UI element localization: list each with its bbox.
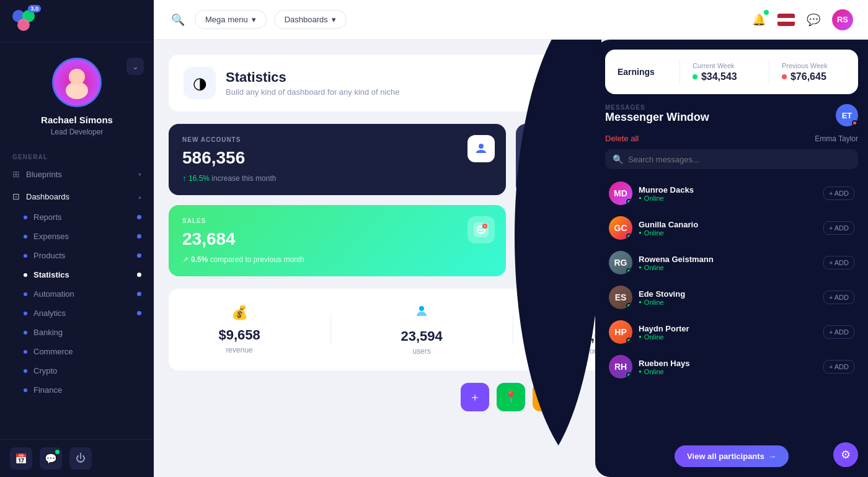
add-contact-button[interactable]: + ADD bbox=[823, 325, 854, 339]
sidebar-item-label: Blueprints bbox=[26, 170, 62, 179]
sidebar-item-products[interactable]: Products bbox=[0, 246, 154, 265]
stat-value: 586,356 bbox=[182, 148, 492, 168]
dashboards-icon: ⊡ bbox=[12, 191, 20, 201]
contact-status: Online bbox=[639, 264, 817, 271]
mega-menu-button[interactable]: Mega menu ▾ bbox=[195, 10, 267, 29]
chevron-up-icon: ▴ bbox=[138, 193, 141, 200]
settings-fab-button[interactable]: ⚙ bbox=[833, 442, 858, 467]
metric-revenue: 💰 $9,658 revenue bbox=[218, 305, 260, 354]
contact-avatar: RG bbox=[609, 251, 632, 274]
search-messages-box: 🔍 bbox=[605, 149, 858, 169]
chat-button[interactable]: 💬 bbox=[40, 447, 62, 470]
messenger-title: Messenger Window bbox=[605, 111, 709, 124]
messages-button[interactable]: 💬 bbox=[802, 9, 825, 31]
profile-section: ⌄ Rachael Simons Le bbox=[0, 43, 154, 149]
sidebar-bottom: 📅 💬 ⏻ bbox=[0, 439, 154, 477]
notifications-button[interactable]: 🔔 bbox=[748, 9, 770, 31]
dot-icon bbox=[24, 312, 27, 315]
sidebar-item-statistics[interactable]: Statistics bbox=[0, 265, 154, 284]
earnings-current-week: Current Week $34,543 bbox=[693, 62, 756, 82]
earnings-week-label: Current Week bbox=[693, 62, 756, 69]
dot-icon bbox=[24, 273, 27, 277]
messenger-user-avatar[interactable]: ET bbox=[836, 104, 858, 126]
sidebar-item-expenses[interactable]: Expenses bbox=[0, 227, 154, 246]
power-button[interactable]: ⏻ bbox=[69, 447, 92, 470]
sidebar-item-automation[interactable]: Automation bbox=[0, 284, 154, 304]
user-menu-button[interactable]: RS bbox=[832, 9, 853, 30]
contact-item-haydn[interactable]: HP Haydn Porter Online + ADD bbox=[605, 315, 858, 349]
sidebar-item-banking[interactable]: Banking bbox=[0, 323, 154, 342]
earnings-previous-week: Previous Week $76,645 bbox=[782, 62, 846, 82]
add-contact-button[interactable]: + ADD bbox=[823, 221, 854, 235]
header-icon: ◑ bbox=[184, 67, 216, 99]
view-all-button[interactable]: View all participants → bbox=[675, 445, 789, 467]
stat-change: ↑ 16.5% increase this month bbox=[182, 174, 492, 183]
sidebar-item-commerce[interactable]: Commerce bbox=[0, 342, 154, 361]
nav-badge-active bbox=[137, 273, 141, 277]
contact-item-gunilla[interactable]: GC Gunilla Canario Online + ADD bbox=[605, 211, 858, 245]
stat-value: 23,684 bbox=[182, 229, 492, 249]
sidebar-child-label: Analytics bbox=[33, 309, 66, 318]
contact-status: Online bbox=[639, 299, 817, 306]
dot-icon bbox=[24, 235, 27, 239]
stat-label: NEW ACCOUNTS bbox=[182, 136, 492, 143]
sidebar-item-reports[interactable]: Reports bbox=[0, 208, 154, 227]
contact-info: Haydn Porter Online bbox=[639, 324, 817, 341]
messenger-actions: Delete all Emma Taylor bbox=[605, 134, 858, 143]
arrow-right-icon: → bbox=[768, 452, 776, 461]
earnings-week-label: Previous Week bbox=[782, 62, 846, 69]
view-all-label: View all participants bbox=[687, 452, 764, 461]
contact-item-rowena[interactable]: RG Rowena Geistmann Online + ADD bbox=[605, 246, 858, 279]
contact-item-munroe[interactable]: MD Munroe Dacks Online + ADD bbox=[605, 177, 858, 210]
contact-avatar: MD bbox=[609, 182, 632, 205]
contact-info: Rowena Geistmann Online bbox=[639, 255, 817, 271]
add-contact-button[interactable]: + ADD bbox=[823, 186, 854, 200]
add-contact-button[interactable]: + ADD bbox=[823, 291, 854, 304]
app-logo: 3.0 bbox=[10, 7, 37, 35]
messenger-panel: MESSAGES Messenger Window ET Delete all … bbox=[595, 94, 868, 477]
version-badge: 3.0 bbox=[28, 5, 41, 12]
chevron-down-icon: ▾ bbox=[252, 15, 256, 24]
language-selector[interactable] bbox=[777, 14, 795, 26]
change-icon: ↗ bbox=[529, 255, 536, 264]
calendar-button[interactable]: 📅 bbox=[10, 447, 32, 470]
content-area: ◑ Statistics Build any kind of dashboard… bbox=[154, 40, 868, 477]
add-contact-button[interactable]: + ADD bbox=[823, 360, 854, 374]
sidebar-item-analytics[interactable]: Analytics bbox=[0, 304, 154, 323]
contact-list: MD Munroe Dacks Online + ADD GC bbox=[605, 177, 858, 439]
online-indicator bbox=[626, 268, 632, 274]
earnings-week-value: $34,543 bbox=[693, 71, 756, 82]
online-indicator bbox=[626, 303, 632, 309]
contact-name: Rueben Hays bbox=[639, 359, 817, 368]
divider bbox=[330, 314, 331, 345]
sidebar-child-label: Products bbox=[33, 251, 65, 260]
earnings-week-value: $76,645 bbox=[782, 71, 846, 82]
svg-point-2 bbox=[17, 19, 30, 31]
sidebar-item-crypto[interactable]: Crypto bbox=[0, 361, 154, 380]
sidebar-item-blueprints[interactable]: ⊞ Blueprints ▾ bbox=[0, 163, 154, 185]
add-action-button[interactable]: ＋ bbox=[461, 383, 489, 411]
topbar: 🔍 Mega menu ▾ Dashboards ▾ 🔔 💬 RS bbox=[154, 0, 868, 40]
earnings-label: Earnings bbox=[618, 67, 667, 77]
sidebar-item-dashboards[interactable]: ⊡ Dashboards ▴ bbox=[0, 185, 154, 208]
dot-icon bbox=[24, 388, 27, 392]
sidebar-item-finance[interactable]: Finance bbox=[0, 380, 154, 400]
nav-badge bbox=[137, 292, 141, 296]
metric-users: 23,594 users bbox=[401, 304, 442, 356]
red-dot bbox=[782, 74, 787, 79]
online-indicator bbox=[626, 372, 632, 378]
chair-action-button[interactable] bbox=[533, 383, 561, 411]
contact-item-rueben[interactable]: RH Rueben Hays Online + ADD bbox=[605, 350, 858, 383]
delete-all-button[interactable]: Delete all bbox=[605, 134, 639, 143]
dashboards-button[interactable]: Dashboards ▾ bbox=[274, 10, 347, 29]
topbar-right: 🔔 💬 RS bbox=[748, 9, 853, 31]
add-contact-button[interactable]: + ADD bbox=[823, 256, 854, 269]
contact-item-ede[interactable]: ES Ede Stoving Online + ADD bbox=[605, 281, 858, 314]
main-area: 🔍 Mega menu ▾ Dashboards ▾ 🔔 💬 RS ◑ S bbox=[154, 0, 868, 477]
location-action-button[interactable]: 📍 bbox=[497, 383, 525, 411]
search-button[interactable]: 🔍 bbox=[169, 11, 187, 29]
collapse-sidebar-button[interactable]: ⌄ bbox=[126, 58, 144, 75]
earnings-bar: Earnings Current Week $34,543 Previous W… bbox=[605, 50, 858, 94]
online-indicator bbox=[626, 338, 632, 343]
search-messages-input[interactable] bbox=[628, 155, 851, 164]
